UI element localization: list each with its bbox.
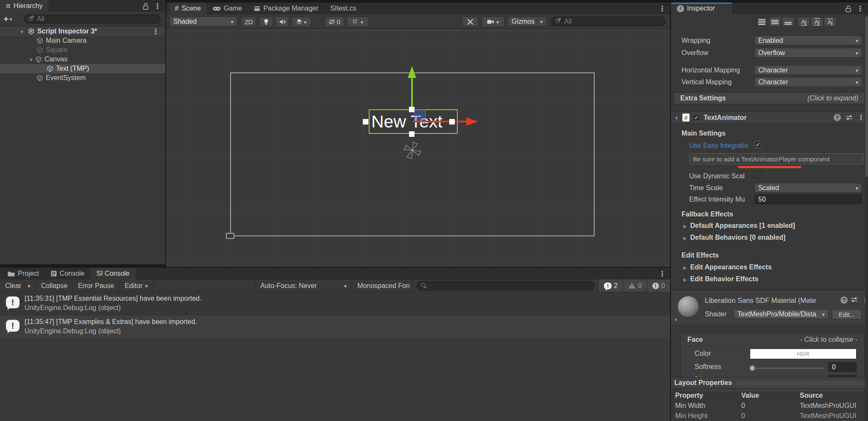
error-pause-button[interactable]: Error Pause	[73, 280, 120, 292]
editor-dropdown[interactable]: Editor	[120, 280, 153, 292]
splitter-grip-icon[interactable]	[736, 381, 865, 385]
shading-mode-dropdown[interactable]: Shaded	[170, 17, 237, 26]
info-filter-button[interactable]: 2	[599, 280, 623, 292]
softness-slider[interactable]	[750, 368, 824, 369]
tab-game[interactable]: Game	[207, 3, 248, 14]
rect-handle-bottom[interactable]	[409, 131, 415, 137]
tab-hierarchy[interactable]: Hierarchy	[0, 0, 49, 12]
console-menu-icon[interactable]	[659, 269, 666, 278]
face-header[interactable]: Face - Click to collapse -	[681, 333, 864, 346]
scene-search-input[interactable]: All	[551, 17, 665, 26]
effect-intensity-input[interactable]: 50	[754, 194, 862, 204]
scene-visibility-button[interactable]: 0	[325, 17, 344, 27]
overflow-dropdown[interactable]: Overflow	[754, 48, 862, 58]
inspector-menu-icon[interactable]	[857, 4, 864, 13]
hierarchy-search-input[interactable]: All	[24, 14, 161, 24]
material-foldout-icon[interactable]	[673, 316, 678, 323]
gizmos-dropdown[interactable]: Gizmos	[508, 17, 547, 26]
align-midline-button[interactable]: Aj	[811, 17, 823, 27]
vertical-mapping-dropdown[interactable]: Character	[754, 77, 862, 87]
hierarchy-menu-icon[interactable]	[154, 2, 161, 11]
component-menu-icon[interactable]	[857, 113, 865, 122]
help-icon[interactable]	[834, 114, 841, 121]
scrollbar-thumb[interactable]	[865, 16, 868, 177]
use-easy-integration-label[interactable]: Use Easy Integratio	[689, 142, 748, 150]
tree-row-text-tmp[interactable]: Text (TMP)	[0, 64, 165, 73]
presets-icon[interactable]	[851, 296, 858, 303]
console-search-input[interactable]	[417, 281, 595, 291]
lock-icon[interactable]	[142, 3, 149, 10]
rect-handle-left[interactable]	[363, 119, 368, 125]
tab-console[interactable]: Console	[45, 268, 91, 280]
edit-appearances-foldout[interactable]: Edit Appearances Effects	[683, 263, 772, 271]
hierarchy-tab-label: Hierarchy	[14, 2, 42, 10]
warning-filter-button[interactable]: 0	[623, 280, 647, 292]
scene-menu-icon[interactable]	[152, 27, 159, 36]
component-enabled-checkbox[interactable]	[693, 114, 700, 121]
scene-effects-button[interactable]	[292, 17, 311, 27]
tab-sitest-cs[interactable]: SItest.cs	[324, 3, 362, 14]
error-filter-button[interactable]: 0	[647, 280, 670, 292]
scene-tools-button[interactable]	[462, 17, 478, 27]
monospaced-font-button[interactable]: Monospaced Fon	[352, 280, 412, 292]
log-entry[interactable]: [11:35:31] [TMP Essential Resources] hav…	[0, 292, 670, 315]
log-entry[interactable]: [11:35:47] [TMP Examples & Extras] have …	[0, 316, 670, 338]
align-bottom-lines-button[interactable]	[782, 17, 794, 27]
foldout-icon[interactable]	[29, 55, 33, 63]
time-scale-dropdown[interactable]: Scaled	[754, 183, 862, 193]
tree-row-square[interactable]: Square	[0, 45, 165, 55]
face-color-swatch[interactable]: HDR	[750, 349, 857, 359]
default-appearances-foldout[interactable]: Default Appearances [1 enabled]	[683, 222, 795, 230]
foldout-icon[interactable]	[19, 28, 24, 35]
foldout-icon[interactable]	[674, 114, 679, 122]
tab-scene[interactable]: Scene	[169, 3, 207, 14]
tree-row-eventsystem[interactable]: EventSystem	[0, 73, 165, 83]
scene-lighting-button[interactable]	[259, 17, 273, 27]
scene-grid-toggle-button[interactable]	[347, 17, 369, 27]
anchor-gizmo-icon[interactable]	[403, 141, 422, 160]
extra-settings-bar[interactable]: Extra Settings (Click to expand)	[674, 92, 865, 104]
tab-package-manager[interactable]: Package Manager	[248, 3, 324, 14]
inspector-scrollbar[interactable]	[865, 14, 868, 421]
align-capline-button[interactable]: Aj	[824, 17, 836, 27]
rect-handle-top[interactable]	[409, 107, 415, 112]
tree-row-scene[interactable]: Script Inspector 3*	[0, 27, 165, 36]
textanimator-header[interactable]: # TextAnimator	[671, 111, 868, 124]
shader-dropdown[interactable]: TextMeshPro/Mobile/Dista	[734, 309, 829, 319]
layout-properties-bar[interactable]: Layout Properties	[671, 377, 868, 389]
collapse-button[interactable]: Collapse	[36, 280, 73, 292]
align-baseline-button[interactable]: Aj	[798, 17, 810, 27]
default-behaviors-foldout[interactable]: Default Behaviors [0 enabled]	[683, 234, 785, 241]
lock-icon[interactable]	[845, 5, 851, 12]
align-justify-button[interactable]	[756, 17, 768, 27]
rect-handle-right[interactable]	[449, 119, 455, 125]
auto-focus-dropdown[interactable]: Auto-Focus: Never	[255, 280, 352, 292]
scene-viewport[interactable]: New Text	[166, 29, 670, 267]
tree-row-canvas[interactable]: Canvas	[0, 55, 165, 64]
horizontal-mapping-dropdown[interactable]: Character	[754, 65, 862, 75]
scene-audio-button[interactable]	[275, 17, 289, 27]
toggle-2d-button[interactable]: 2D	[242, 17, 256, 27]
clear-button[interactable]: Clear	[0, 280, 36, 292]
tab-si-console[interactable]: SI Console	[91, 268, 136, 280]
help-icon[interactable]	[840, 296, 848, 304]
tab-inspector[interactable]: Inspector	[671, 3, 732, 14]
scene-camera-button[interactable]	[481, 17, 504, 27]
x-axis-arrow[interactable]	[413, 121, 466, 122]
log-stack: UnityEngine.Debug:Log (object)	[25, 304, 121, 312]
tree-row-main-camera[interactable]: Main Camera	[0, 36, 165, 45]
shader-edit-button[interactable]: Edit...	[832, 309, 862, 319]
material-header[interactable]: Liberation Sans SDF Material (Mate Shade…	[671, 290, 868, 326]
tab-project[interactable]: Project	[2, 268, 45, 280]
edit-behaviors-foldout[interactable]: Edit Behavior Effects	[683, 275, 758, 283]
use-easy-integration-checkbox[interactable]	[754, 141, 762, 148]
align-center-lines-button[interactable]	[769, 17, 781, 27]
use-dynamic-scaling-checkbox[interactable]	[754, 172, 762, 179]
wrapping-dropdown[interactable]: Enabled	[754, 36, 862, 45]
slider-knob[interactable]	[750, 366, 755, 371]
canvas-corner-handle[interactable]	[226, 233, 234, 239]
scene-menu-icon[interactable]	[659, 4, 666, 13]
add-gameobject-button[interactable]	[3, 14, 12, 24]
presets-icon[interactable]	[846, 114, 853, 121]
softness-value-input[interactable]: 0	[828, 362, 857, 372]
